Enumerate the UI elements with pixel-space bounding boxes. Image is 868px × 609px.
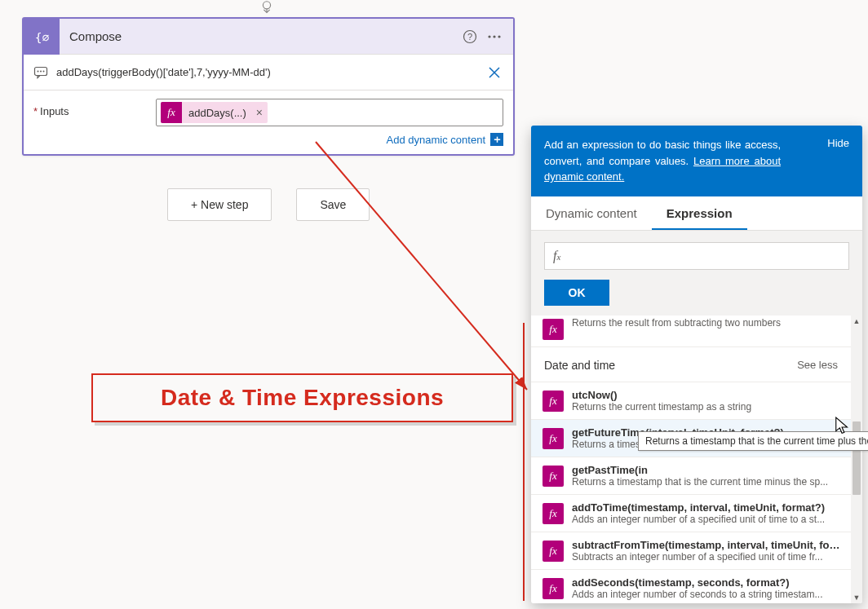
expression-token[interactable]: fx addDays(...) × <box>161 102 268 123</box>
item-name: subtractFromTime(timestamp, interval, ti… <box>572 539 841 551</box>
add-dynamic-content-link[interactable]: Add dynamic content ＋ <box>387 133 503 146</box>
scroll-down-icon[interactable]: ▼ <box>851 592 862 603</box>
svg-text:{∅}: {∅} <box>35 29 51 43</box>
token-label: addDays(...) <box>182 107 251 119</box>
tab-dynamic-content[interactable]: Dynamic content <box>531 196 652 230</box>
group-name: Date and time <box>544 359 615 372</box>
expression-item-subtractfromtime[interactable]: fx subtractFromTime(timestamp, interval,… <box>531 532 851 569</box>
group-header-datetime: Date and time See less <box>531 347 851 382</box>
tab-expression[interactable]: Expression <box>652 196 747 230</box>
expression-item-addseconds[interactable]: fx addSeconds(timestamp, seconds, format… <box>531 569 851 604</box>
ok-button[interactable]: OK <box>544 280 609 306</box>
svg-point-9 <box>40 70 42 72</box>
item-desc: Subtracts an integer number of a specifi… <box>572 551 841 563</box>
item-desc: Returns the result from subtracting two … <box>572 317 781 329</box>
remove-token-icon[interactable]: × <box>251 106 268 119</box>
scroll-up-icon[interactable]: ▲ <box>851 316 862 327</box>
annotation-box: Date & Time Expressions <box>91 373 513 422</box>
item-name: getPastTime(in <box>572 464 828 476</box>
svg-point-4 <box>488 35 490 38</box>
fx-label-icon: fx <box>553 249 560 263</box>
more-icon[interactable] <box>482 24 507 49</box>
svg-text:?: ? <box>467 32 472 42</box>
expression-item-utcnow[interactable]: fx utcNow() Returns the current timestam… <box>531 382 851 419</box>
item-name: addSeconds(timestamp, seconds, format?) <box>572 576 823 589</box>
item-desc: Adds an integer number of seconds to a s… <box>572 589 823 600</box>
flow-connector-arrow <box>257 0 277 16</box>
item-desc: Returns the current timestamp as a strin… <box>572 401 751 413</box>
annotation-label: Date & Time Expressions <box>161 385 444 411</box>
fx-icon: fx <box>542 428 564 449</box>
expression-item-getpasttime[interactable]: fx getPastTime(in Returns a timestamp th… <box>531 457 851 494</box>
fx-icon: fx <box>542 503 564 524</box>
inputs-field[interactable]: fx addDays(...) × <box>156 99 503 126</box>
tooltip: Returns a timestamp that is the current … <box>638 431 868 451</box>
expression-text-input[interactable] <box>567 249 840 263</box>
plus-icon: ＋ <box>490 133 503 146</box>
card-title: Compose <box>60 29 458 43</box>
svg-point-10 <box>43 70 45 72</box>
compose-action-card: {∅} Compose ? addDays(triggerBody()['dat… <box>22 17 515 156</box>
expression-input[interactable]: fx <box>544 242 849 270</box>
save-button[interactable]: Save <box>296 188 370 221</box>
help-icon[interactable]: ? <box>458 24 482 49</box>
fx-icon: fx <box>542 541 564 562</box>
hide-popover-button[interactable]: Hide <box>827 137 849 149</box>
item-name: utcNow() <box>572 389 751 401</box>
clear-expression-icon[interactable] <box>485 64 503 82</box>
expression-item-partial[interactable]: fx Returns the result from subtracting t… <box>531 316 851 347</box>
see-less-link[interactable]: See less <box>797 359 838 371</box>
expression-item-addtotime[interactable]: fx addToTime(timestamp, interval, timeUn… <box>531 494 851 532</box>
expression-preview-icon <box>33 65 48 80</box>
compose-icon: {∅} <box>24 19 60 55</box>
dynamic-content-popover: Add an expression to do basic things lik… <box>531 126 862 603</box>
svg-point-8 <box>38 70 39 72</box>
svg-line-11 <box>316 142 527 390</box>
expression-preview-text: addDays(triggerBody()['date'],7,'yyyy-MM… <box>56 66 485 78</box>
svg-point-0 <box>263 2 270 9</box>
add-dynamic-content-text: Add dynamic content <box>387 134 485 146</box>
fx-icon: fx <box>542 319 564 340</box>
fx-icon: fx <box>542 391 564 412</box>
required-mark: * <box>33 105 38 117</box>
new-step-button[interactable]: + New step <box>167 188 272 221</box>
svg-point-5 <box>493 35 495 38</box>
svg-point-6 <box>498 35 500 38</box>
item-name: addToTime(timestamp, interval, timeUnit,… <box>572 501 825 514</box>
scrollbar[interactable]: ▲ ▼ <box>851 316 862 604</box>
inputs-label: Inputs <box>40 105 69 117</box>
fx-icon: fx <box>542 578 564 599</box>
fx-icon: fx <box>161 102 182 123</box>
item-desc: Returns a timestamp that is the current … <box>572 476 828 488</box>
item-desc: Adds an integer number of a specified un… <box>572 514 825 525</box>
fx-icon: fx <box>542 466 564 487</box>
